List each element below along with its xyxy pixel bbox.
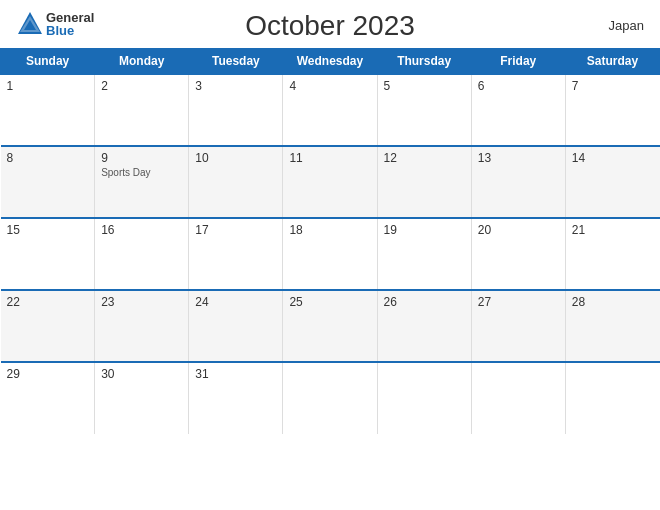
day-number: 25 (289, 295, 370, 309)
day-number: 6 (478, 79, 559, 93)
day-cell: 6 (471, 74, 565, 146)
day-number: 13 (478, 151, 559, 165)
day-cell: 8 (1, 146, 95, 218)
day-number: 12 (384, 151, 465, 165)
day-number: 10 (195, 151, 276, 165)
day-number: 2 (101, 79, 182, 93)
day-number: 29 (7, 367, 89, 381)
day-cell: 20 (471, 218, 565, 290)
day-cell (283, 362, 377, 434)
day-cell: 3 (189, 74, 283, 146)
day-number: 11 (289, 151, 370, 165)
header-sunday: Sunday (1, 49, 95, 75)
day-number: 15 (7, 223, 89, 237)
day-number: 4 (289, 79, 370, 93)
day-cell: 24 (189, 290, 283, 362)
day-cell: 5 (377, 74, 471, 146)
day-number: 30 (101, 367, 182, 381)
day-cell: 31 (189, 362, 283, 434)
day-cell: 16 (95, 218, 189, 290)
week-row: 1234567 (1, 74, 660, 146)
day-cell: 11 (283, 146, 377, 218)
day-number: 23 (101, 295, 182, 309)
header-saturday: Saturday (565, 49, 659, 75)
day-cell: 4 (283, 74, 377, 146)
calendar-header: General Blue October 2023 Japan (0, 0, 660, 48)
day-cell: 23 (95, 290, 189, 362)
day-cell (377, 362, 471, 434)
day-number: 21 (572, 223, 654, 237)
day-number: 28 (572, 295, 654, 309)
calendar-table: Sunday Monday Tuesday Wednesday Thursday… (0, 48, 660, 434)
day-cell (471, 362, 565, 434)
week-row: 293031 (1, 362, 660, 434)
day-number: 5 (384, 79, 465, 93)
week-row: 15161718192021 (1, 218, 660, 290)
day-number: 9 (101, 151, 182, 165)
day-number: 18 (289, 223, 370, 237)
day-cell: 22 (1, 290, 95, 362)
day-number: 7 (572, 79, 654, 93)
day-cell: 17 (189, 218, 283, 290)
day-number: 19 (384, 223, 465, 237)
week-row: 22232425262728 (1, 290, 660, 362)
day-cell: 26 (377, 290, 471, 362)
logo-words: General Blue (46, 11, 94, 37)
day-number: 14 (572, 151, 654, 165)
calendar-title: October 2023 (245, 10, 415, 42)
day-cell: 19 (377, 218, 471, 290)
day-cell: 18 (283, 218, 377, 290)
day-cell: 2 (95, 74, 189, 146)
header-monday: Monday (95, 49, 189, 75)
day-number: 3 (195, 79, 276, 93)
day-number: 31 (195, 367, 276, 381)
day-cell (565, 362, 659, 434)
day-cell: 7 (565, 74, 659, 146)
day-cell: 30 (95, 362, 189, 434)
header-thursday: Thursday (377, 49, 471, 75)
header-wednesday: Wednesday (283, 49, 377, 75)
calendar-container: General Blue October 2023 Japan Sunday M… (0, 0, 660, 510)
day-cell: 28 (565, 290, 659, 362)
day-cell: 15 (1, 218, 95, 290)
day-number: 8 (7, 151, 89, 165)
event-label: Sports Day (101, 167, 182, 178)
logo-icon (16, 10, 44, 38)
day-cell: 14 (565, 146, 659, 218)
day-cell: 13 (471, 146, 565, 218)
day-number: 27 (478, 295, 559, 309)
day-number: 1 (7, 79, 89, 93)
day-cell: 1 (1, 74, 95, 146)
day-number: 20 (478, 223, 559, 237)
day-number: 16 (101, 223, 182, 237)
week-row: 89Sports Day1011121314 (1, 146, 660, 218)
header-tuesday: Tuesday (189, 49, 283, 75)
day-cell: 29 (1, 362, 95, 434)
day-cell: 10 (189, 146, 283, 218)
day-number: 26 (384, 295, 465, 309)
logo: General Blue (16, 10, 94, 38)
country-label: Japan (609, 18, 644, 33)
day-number: 22 (7, 295, 89, 309)
header-friday: Friday (471, 49, 565, 75)
day-cell: 21 (565, 218, 659, 290)
day-cell: 25 (283, 290, 377, 362)
day-number: 17 (195, 223, 276, 237)
day-cell: 27 (471, 290, 565, 362)
day-number: 24 (195, 295, 276, 309)
days-header-row: Sunday Monday Tuesday Wednesday Thursday… (1, 49, 660, 75)
logo-blue: Blue (46, 24, 94, 37)
day-cell: 12 (377, 146, 471, 218)
day-cell: 9Sports Day (95, 146, 189, 218)
